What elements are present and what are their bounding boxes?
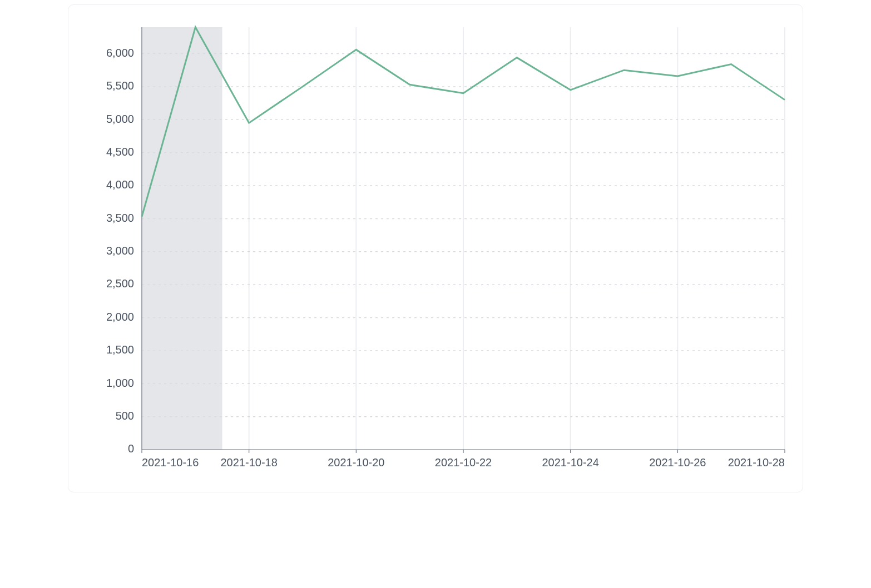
y-tick-label: 2,000 <box>106 311 134 323</box>
y-tick-label: 500 <box>116 410 134 422</box>
y-tick-label: 1,000 <box>106 377 134 389</box>
y-tick-label: 2,500 <box>106 277 134 290</box>
x-tick-label: 2021-10-24 <box>542 456 599 469</box>
y-tick-label: 4,000 <box>106 178 134 191</box>
line-chart: 05001,0001,5002,0002,5003,0003,5004,0004… <box>68 5 803 492</box>
y-tick-label: 1,500 <box>106 343 134 356</box>
x-tick-label: 2021-10-16 <box>142 456 199 469</box>
y-tick-label: 0 <box>128 442 134 455</box>
x-tick-label: 2021-10-20 <box>328 456 384 469</box>
chart-card: 05001,0001,5002,0002,5003,0003,5004,0004… <box>68 4 803 492</box>
y-tick-label: 3,500 <box>106 212 134 224</box>
x-tick-label: 2021-10-26 <box>649 456 706 469</box>
y-tick-label: 5,500 <box>106 79 134 92</box>
y-tick-label: 5,000 <box>106 113 134 125</box>
x-tick-label: 2021-10-18 <box>221 456 278 469</box>
y-tick-label: 4,500 <box>106 146 134 158</box>
weekend-band <box>142 27 222 450</box>
y-tick-label: 3,000 <box>106 245 134 257</box>
y-tick-label: 6,000 <box>106 47 134 59</box>
x-tick-label: 2021-10-22 <box>435 456 492 469</box>
x-tick-label: 2021-10-28 <box>728 456 785 469</box>
